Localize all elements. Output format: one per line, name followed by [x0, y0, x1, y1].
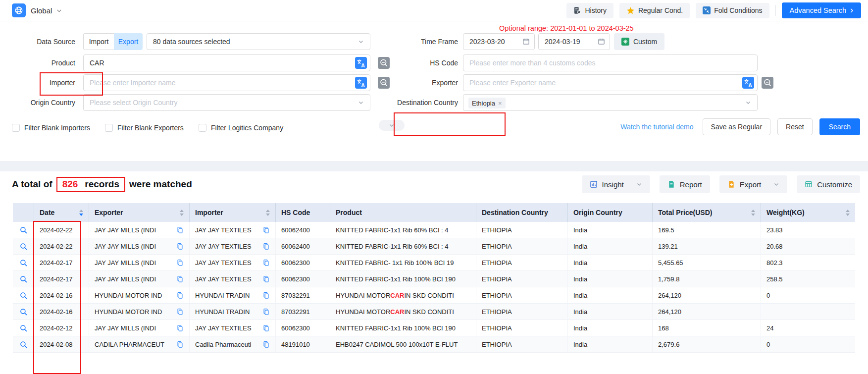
sort-icon[interactable] — [841, 210, 850, 216]
copy-icon[interactable] — [176, 292, 184, 299]
exporter-input[interactable] — [463, 74, 758, 91]
copy-icon[interactable] — [176, 226, 184, 234]
calendar-icon[interactable] — [598, 38, 605, 45]
save-as-regular-button[interactable]: Save as Regular — [703, 118, 771, 135]
svg-text:A: A — [748, 82, 752, 88]
copy-icon[interactable] — [262, 259, 270, 267]
hs-code-field[interactable] — [463, 54, 758, 71]
table-row[interactable]: 2024-02-16HYUNDAI MOTOR INDHYUNDAI TRADI… — [13, 304, 855, 320]
row-detail-search-icon[interactable] — [19, 340, 28, 349]
calendar-icon[interactable] — [522, 38, 530, 45]
copy-icon[interactable] — [262, 324, 270, 332]
row-detail-search-icon[interactable] — [19, 242, 28, 251]
row-detail-search-icon[interactable] — [19, 324, 28, 332]
table-row[interactable]: 2024-02-22JAY JAY MILLS (INDIJAY JAY TEX… — [13, 222, 855, 238]
sort-icon[interactable] — [74, 210, 83, 216]
filter-checkbox-1[interactable]: Filter Blank Exporters — [105, 124, 184, 132]
copy-icon[interactable] — [262, 308, 270, 316]
table-row[interactable]: 2024-02-08CADILA PHARMACEUTCadila Pharma… — [13, 336, 855, 353]
cell-date: 2024-02-17 — [34, 271, 89, 287]
customize-button[interactable]: Customize — [797, 175, 860, 193]
copy-icon[interactable] — [176, 275, 184, 283]
copy-icon[interactable] — [262, 243, 270, 250]
translate-icon[interactable]: A — [742, 77, 754, 89]
data-source-select[interactable]: 80 data sources selected — [147, 33, 370, 50]
product-field[interactable]: A — [83, 54, 370, 71]
fold-conditions-button[interactable]: Fold Conditions — [696, 3, 769, 18]
copy-icon[interactable] — [262, 341, 270, 348]
copy-icon[interactable] — [176, 308, 184, 316]
sort-icon[interactable] — [175, 210, 184, 216]
row-detail-search-icon[interactable] — [19, 308, 28, 316]
copy-icon[interactable] — [262, 275, 270, 283]
column-header-date[interactable]: Date — [34, 203, 89, 222]
export-button[interactable]: Export — [719, 175, 787, 193]
cell-origin: India — [568, 287, 653, 303]
region-label: Global — [31, 6, 52, 15]
column-header-weight[interactable]: Weight(KG) — [761, 203, 855, 222]
copy-icon[interactable] — [176, 341, 184, 348]
cell-importer: JAY JAY TEXTILES — [190, 255, 276, 270]
search-button[interactable]: Search — [819, 118, 860, 135]
importer-field[interactable]: A — [83, 74, 370, 91]
translate-icon[interactable]: A — [355, 77, 367, 89]
cell-product: KNITTED FABRIC-1x1 Rib 100% BCI 190 — [330, 271, 476, 287]
row-detail-search-icon[interactable] — [19, 259, 28, 267]
dedupe-search-icon[interactable] — [762, 77, 773, 89]
sort-icon[interactable] — [261, 210, 270, 216]
cell-date: 2024-02-16 — [34, 287, 89, 303]
origin-country-select[interactable]: Please select Origin Country — [83, 94, 370, 111]
custom-range-button[interactable]: Custom — [614, 33, 664, 50]
table-row[interactable]: 2024-02-16HYUNDAI MOTOR INDHYUNDAI TRADI… — [13, 287, 855, 304]
destination-country-select[interactable]: Ethiopia × — [463, 94, 758, 111]
history-button[interactable]: History — [566, 3, 613, 18]
form-actions: Watch the tutorial demo Save as Regular … — [620, 118, 860, 135]
copy-icon[interactable] — [176, 243, 184, 250]
row-detail-search-icon[interactable] — [19, 226, 28, 234]
filter-checkbox-0[interactable]: Filter Blank Importers — [12, 124, 90, 132]
chevron-down-icon — [389, 122, 395, 128]
time-frame-end[interactable] — [538, 33, 610, 50]
report-button[interactable]: Report — [660, 175, 710, 193]
import-tab[interactable]: Import — [83, 33, 114, 50]
column-header-importer[interactable]: Importer — [190, 203, 276, 222]
reset-button[interactable]: Reset — [777, 118, 813, 135]
collapse-conditions-button[interactable] — [379, 120, 405, 131]
regular-cond-button[interactable]: Regular Cond. — [619, 3, 690, 18]
product-input[interactable] — [83, 54, 370, 71]
tutorial-link[interactable]: Watch the tutorial demo — [620, 123, 693, 131]
hs-code-input[interactable] — [463, 54, 758, 71]
column-header-exporter[interactable]: Exporter — [89, 203, 190, 222]
insight-button[interactable]: Insight — [582, 175, 650, 193]
checkbox-icon[interactable] — [199, 124, 206, 132]
copy-icon[interactable] — [176, 324, 184, 332]
globe-logo[interactable] — [12, 3, 26, 17]
cell-exporter: JAY JAY MILLS (INDI — [89, 271, 190, 287]
close-icon[interactable]: × — [498, 100, 502, 107]
copy-icon[interactable] — [262, 226, 270, 234]
copy-icon[interactable] — [176, 259, 184, 267]
table-row[interactable]: 2024-02-17JAY JAY MILLS (INDIJAY JAY TEX… — [13, 255, 855, 271]
checkbox-icon[interactable] — [12, 124, 20, 132]
region-dropdown[interactable]: Global — [31, 0, 62, 21]
row-detail-search-icon[interactable] — [19, 291, 28, 300]
data-source-label: Data Source — [0, 33, 75, 50]
time-frame-start[interactable] — [463, 33, 535, 50]
cell-exporter: JAY JAY MILLS (INDI — [89, 320, 190, 336]
exporter-field[interactable]: A — [463, 74, 758, 91]
export-tab[interactable]: Export — [114, 33, 143, 50]
importer-input[interactable] — [83, 74, 370, 91]
table-row[interactable]: 2024-02-17JAY JAY MILLS (INDIJAY JAY TEX… — [13, 271, 855, 287]
checkbox-icon[interactable] — [105, 124, 113, 132]
sort-icon[interactable] — [746, 210, 755, 216]
table-header: DateExporterImporterHS CodeProductDestin… — [13, 203, 855, 222]
row-detail-search-icon[interactable] — [19, 275, 28, 283]
filter-checkbox-2[interactable]: Filter Logitics Company — [199, 124, 283, 132]
table-row[interactable]: 2024-02-12JAY JAY MILLS (INDIJAY JAY TEX… — [13, 320, 855, 336]
advanced-search-button[interactable]: Advanced Search › — [782, 2, 861, 18]
column-header-price[interactable]: Total Price(USD) — [653, 203, 761, 222]
translate-icon[interactable]: A — [355, 57, 367, 69]
cell-importer: JAY JAY TEXTILES — [190, 222, 276, 238]
copy-icon[interactable] — [262, 292, 270, 299]
table-row[interactable]: 2024-02-22JAY JAY MILLS (INDIJAY JAY TEX… — [13, 238, 855, 255]
